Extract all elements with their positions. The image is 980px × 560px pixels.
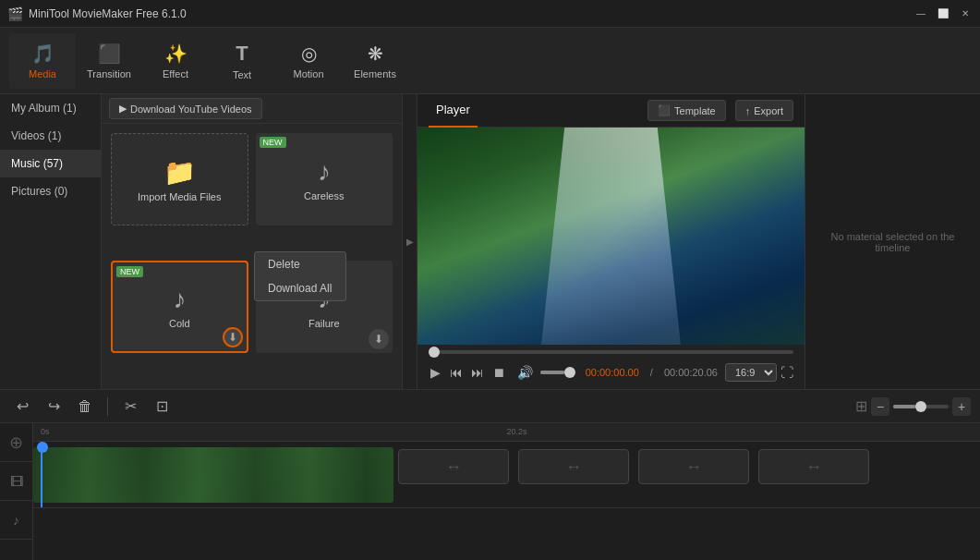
transition-slot-2[interactable]: ↔ — [518, 449, 629, 484]
video-clip[interactable] — [33, 447, 393, 503]
timeline-content: ⊕ 🎞 ♪ 0s 20.2s ↔ ↔ — [0, 423, 980, 560]
collapse-panel-button[interactable]: ▶ — [402, 94, 417, 389]
time-separator: / — [650, 367, 653, 378]
template-icon: ⬛ — [658, 104, 671, 116]
zoom-controls: ⊞ − + — [855, 397, 971, 416]
download-button[interactable]: ⬇ — [223, 327, 243, 347]
timeline-area: ↩ ↪ 🗑 ✂ ⊡ ⊞ − + ⊕ 🎞 ♪ 0s 20.2s — [0, 389, 980, 560]
download-button[interactable]: ⬇ — [369, 329, 389, 349]
sidebar-item-videos[interactable]: Videos (1) — [0, 122, 101, 150]
next-button[interactable]: ⏭ — [471, 361, 485, 383]
music-card-cold[interactable]: NEW ♪ Cold ⬇ — [111, 261, 248, 353]
video-track-icon: 🎞 — [0, 462, 32, 501]
minimize-button[interactable]: — — [913, 6, 928, 21]
sidebar-item-music[interactable]: Music (57) — [0, 150, 101, 177]
effect-icon: ✨ — [164, 43, 188, 65]
restore-button[interactable]: ⬜ — [936, 6, 950, 21]
toolbar-transition[interactable]: ⬛ Transition — [76, 33, 142, 89]
toolbar-media[interactable]: 🎵 Media — [9, 33, 76, 89]
magnetic-icon: ⊞ — [855, 397, 867, 415]
app-icon: 🎬 — [7, 6, 23, 21]
ruler-mark-0: 0s — [41, 427, 50, 436]
main-toolbar: 🎵 Media ⬛ Transition ✨ Effect T Text ◎ M… — [0, 28, 980, 94]
timeline-toolbar: ↩ ↪ 🗑 ✂ ⊡ ⊞ − + — [0, 390, 980, 423]
controls-row: ▶ ⏮ ⏭ ⏹ 🔊 00:00:00.00 / 00:00:20.06 — [429, 361, 793, 383]
import-media-card[interactable]: 📁 Import Media Files — [111, 133, 248, 225]
aspect-ratio-selector: 16:9 4:3 1:1 ⛶ — [725, 363, 793, 382]
media-toolbar: ▶ Download YouTube Videos — [102, 94, 402, 124]
undo-button[interactable]: ↩ — [9, 394, 35, 420]
tab-player[interactable]: Player — [429, 94, 478, 128]
new-badge: NEW — [260, 137, 286, 148]
context-menu: Delete Download All — [254, 251, 346, 301]
timeline-track-icons: ⊕ 🎞 ♪ — [0, 423, 33, 560]
export-icon: ↑ — [745, 105, 751, 116]
template-button[interactable]: ⬛ Template — [647, 100, 726, 121]
zoom-in-button[interactable]: + — [952, 397, 971, 416]
zoom-fill — [893, 405, 915, 408]
window-controls: — ⬜ ✕ — [913, 6, 973, 21]
playhead-head — [37, 442, 48, 453]
transition-slot-3[interactable]: ↔ — [638, 449, 749, 484]
progress-thumb[interactable] — [429, 347, 440, 358]
toolbar-effect[interactable]: ✨ Effect — [142, 33, 209, 89]
delete-button[interactable]: 🗑 — [72, 394, 98, 420]
youtube-icon: ▶ — [119, 103, 127, 115]
progress-bar[interactable] — [429, 350, 793, 354]
player-header-actions: ⬛ Template ↑ Export — [647, 100, 793, 121]
new-badge: NEW — [116, 266, 143, 277]
prev-button[interactable]: ⏮ — [450, 361, 464, 383]
cut-button[interactable]: ✂ — [117, 394, 143, 420]
export-button[interactable]: ↑ Export — [735, 100, 793, 121]
sidebar-item-pictures[interactable]: Pictures (0) — [0, 177, 101, 205]
crop-button[interactable]: ⊡ — [149, 394, 175, 420]
main-area: My Album (1) Videos (1) Music (57) Pictu… — [0, 94, 980, 389]
transition-icon: ⬛ — [98, 43, 121, 65]
music-note-icon: ♪ — [318, 157, 331, 187]
zoom-slider[interactable] — [893, 405, 949, 408]
play-button[interactable]: ▶ — [429, 361, 442, 383]
volume-slider[interactable] — [540, 371, 575, 374]
audio-track-icon: ♪ — [0, 501, 32, 540]
close-button[interactable]: ✕ — [958, 6, 973, 21]
music-note-icon: ♪ — [173, 285, 186, 314]
toolbar-text[interactable]: T Text — [209, 33, 275, 89]
app-title: MiniTool MovieMaker Free 6.1.0 — [29, 7, 913, 20]
video-preview — [417, 128, 805, 345]
ruler-mark-mid: 20.2s — [507, 427, 527, 436]
player-area: Player ⬛ Template ↑ Export ▶ — [417, 94, 805, 389]
clip-thumbnail — [33, 447, 393, 503]
time-current: 00:00:00.00 — [586, 367, 639, 378]
fullscreen-button[interactable]: ⛶ — [780, 365, 793, 380]
transition-slot-1[interactable]: ↔ — [398, 449, 509, 484]
right-panel: No material selected on the timeline — [805, 94, 980, 389]
transition-slot-4[interactable]: ↔ — [758, 449, 869, 484]
player-header: Player ⬛ Template ↑ Export — [417, 94, 805, 128]
context-download-all[interactable]: Download All — [255, 276, 345, 300]
audio-track — [33, 508, 980, 527]
folder-icon: 📁 — [163, 157, 196, 188]
time-total: 00:00:20.06 — [664, 367, 718, 378]
add-track-icon[interactable]: ⊕ — [0, 423, 32, 462]
volume-thumb[interactable] — [564, 367, 575, 378]
volume-fill — [540, 371, 564, 374]
context-delete[interactable]: Delete — [255, 252, 345, 276]
no-material-message: No material selected on the timeline — [805, 216, 980, 268]
stop-button[interactable]: ⏹ — [492, 361, 506, 383]
aspect-dropdown[interactable]: 16:9 4:3 1:1 — [725, 363, 777, 382]
media-icon: 🎵 — [31, 43, 54, 65]
media-grid: 📁 Import Media Files NEW ♪ Careless NEW … — [102, 124, 402, 389]
music-card-careless[interactable]: NEW ♪ Careless — [256, 133, 393, 225]
toolbar-motion[interactable]: ◎ Motion — [275, 33, 342, 89]
zoom-thumb[interactable] — [915, 401, 926, 412]
media-panel: ▶ Download YouTube Videos 📁 Import Media… — [102, 94, 402, 389]
toolbar-separator — [107, 397, 108, 416]
elements-icon: ❋ — [368, 43, 383, 65]
redo-button[interactable]: ↪ — [41, 394, 67, 420]
sidebar-item-album[interactable]: My Album (1) — [0, 94, 101, 122]
motion-icon: ◎ — [301, 43, 317, 65]
toolbar-elements[interactable]: ❋ Elements — [342, 33, 408, 89]
download-youtube-button[interactable]: ▶ Download YouTube Videos — [109, 98, 262, 119]
zoom-out-button[interactable]: − — [871, 397, 889, 416]
playhead[interactable] — [41, 442, 42, 507]
